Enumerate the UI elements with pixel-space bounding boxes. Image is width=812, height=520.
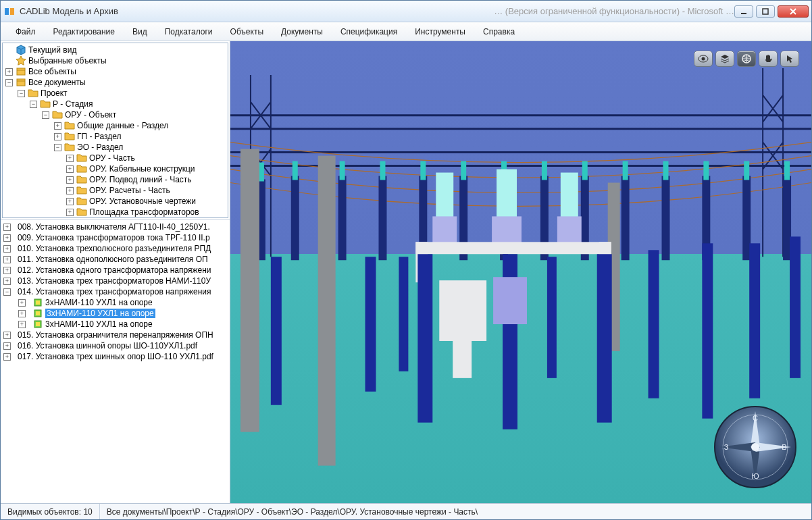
- folder-icon: [76, 207, 87, 217]
- expand-icon[interactable]: +: [3, 278, 11, 285]
- expand-icon[interactable]: +: [54, 133, 61, 140]
- list-item[interactable]: −014. Установка трех трансформаторов нап…: [1, 286, 230, 297]
- menu-1[interactable]: Редактирование: [45, 24, 123, 39]
- status-path: Все документы\Проект\Р - Стадия\ОРУ - Об…: [100, 504, 811, 519]
- tree-node[interactable]: +ОРУ. Расчеты - Часть: [3, 185, 228, 196]
- tree-node[interactable]: −Проект: [3, 88, 228, 99]
- list-item[interactable]: +016. Установка шинной опоры ШО-110УХЛ1.…: [1, 340, 230, 351]
- tree-node-label: Площадка трансформаторов: [89, 207, 199, 217]
- expand-icon[interactable]: +: [66, 176, 74, 184]
- expand-icon[interactable]: +: [54, 122, 61, 130]
- expand-icon[interactable]: +: [3, 332, 11, 339]
- menu-0[interactable]: Файл: [7, 24, 44, 39]
- maximize-button[interactable]: [756, 5, 775, 18]
- compass-widget[interactable]: С В Ю З: [711, 403, 799, 491]
- cube-icon: [16, 45, 26, 55]
- tree-node-label: ЭО - Раздел: [77, 142, 123, 153]
- tree-node[interactable]: −Р - Стадия: [3, 99, 228, 109]
- close-button[interactable]: [778, 5, 809, 18]
- list-item-label: 3хНАМИ-110 УХЛ1 на опоре: [45, 298, 153, 307]
- expand-icon[interactable]: +: [5, 68, 13, 76]
- tree-node[interactable]: +Общие данные - Раздел: [3, 120, 228, 131]
- menu-7[interactable]: Инструменты: [407, 24, 474, 39]
- expand-icon[interactable]: +: [66, 209, 74, 216]
- tree-node[interactable]: +ОРУ. Кабельные конструкци: [3, 163, 228, 174]
- collapse-icon[interactable]: −: [42, 111, 49, 119]
- collapse-icon[interactable]: −: [3, 288, 11, 296]
- layers-icon[interactable]: [715, 51, 734, 67]
- svg-rect-48: [240, 149, 259, 432]
- expand-icon[interactable]: +: [3, 267, 11, 274]
- expand-icon[interactable]: +: [66, 165, 74, 173]
- viewport-3d[interactable]: С В Ю З: [230, 41, 811, 503]
- hand-icon[interactable]: [759, 51, 778, 67]
- svg-rect-49: [318, 156, 336, 466]
- globe-icon[interactable]: [737, 51, 756, 67]
- expand-icon[interactable]: +: [18, 321, 26, 328]
- list-item[interactable]: +011. Установка однополюсного разъединит…: [1, 254, 230, 265]
- expand-icon[interactable]: +: [66, 155, 74, 162]
- menu-8[interactable]: Справка: [475, 24, 523, 39]
- list-item[interactable]: +010. Установка трехполюсного разъединит…: [1, 243, 230, 254]
- app-logo-icon: [3, 5, 16, 18]
- expand-icon[interactable]: +: [3, 224, 11, 231]
- collapse-icon[interactable]: −: [30, 101, 37, 108]
- svg-rect-34: [259, 163, 264, 182]
- svg-rect-72: [749, 243, 760, 398]
- svg-rect-11: [36, 301, 40, 305]
- expand-icon[interactable]: +: [3, 234, 11, 242]
- cursor-icon[interactable]: [780, 51, 799, 67]
- menu-3[interactable]: Подкаталоги: [157, 24, 221, 39]
- collapse-icon[interactable]: −: [5, 79, 13, 86]
- expand-icon[interactable]: +: [3, 342, 11, 350]
- tree-node[interactable]: +ОРУ - Часть: [3, 153, 228, 163]
- tree-node[interactable]: +Площадка трансформаторов: [3, 207, 228, 217]
- tree-node[interactable]: +Все объекты: [3, 66, 228, 77]
- list-item[interactable]: +009. Установка трансформаторов тока ТРГ…: [1, 232, 230, 243]
- svg-rect-6: [17, 68, 25, 75]
- list-item[interactable]: +015. Установка ограничителя перенапряже…: [1, 330, 230, 340]
- tree-node[interactable]: −ЭО - Раздел: [3, 142, 228, 153]
- minimize-button[interactable]: [734, 5, 753, 18]
- document-list-panel[interactable]: +008. Установка выключателя АГТ110-II-40…: [1, 219, 230, 503]
- expand-icon[interactable]: +: [18, 299, 26, 307]
- tree-node[interactable]: −Все документы: [3, 77, 228, 88]
- tree-node[interactable]: Текущий вид: [3, 45, 228, 55]
- expand-icon[interactable]: +: [18, 310, 26, 317]
- viewport-toolbar: [694, 51, 799, 67]
- expand-icon[interactable]: +: [66, 187, 74, 194]
- tree-node-label: ОРУ. Расчеты - Часть: [89, 185, 170, 196]
- list-item[interactable]: +008. Установка выключателя АГТ110-II-40…: [1, 222, 230, 232]
- collapse-icon[interactable]: −: [54, 144, 61, 151]
- expand-icon[interactable]: +: [3, 256, 11, 263]
- svg-rect-60: [439, 280, 486, 341]
- list-item[interactable]: +017. Установка трех шинных опор ШО-110 …: [1, 351, 230, 362]
- svg-rect-15: [36, 322, 40, 326]
- list-item[interactable]: +012. Установка одного трансформатора на…: [1, 265, 230, 276]
- list-item[interactable]: +013. Установка трех трансформаторов НАМ…: [1, 276, 230, 286]
- svg-text:В: В: [782, 443, 786, 451]
- menu-2[interactable]: Вид: [124, 24, 155, 39]
- eye-icon[interactable]: [694, 51, 713, 67]
- menu-5[interactable]: Документы: [273, 24, 331, 39]
- expand-icon[interactable]: +: [3, 353, 11, 361]
- tree-node[interactable]: +ОРУ. Установочные чертежи: [3, 196, 228, 207]
- folder-icon: [64, 142, 75, 153]
- list-item[interactable]: +3хНАМИ-110 УХЛ1 на опоре: [1, 319, 230, 330]
- expand-icon[interactable]: +: [3, 245, 11, 253]
- menu-6[interactable]: Спецификация: [332, 24, 405, 39]
- list-item[interactable]: +3хНАМИ-110 УХЛ1 на опоре: [1, 308, 230, 319]
- svg-point-83: [751, 443, 759, 451]
- expand-icon[interactable]: +: [66, 198, 74, 205]
- svg-rect-65: [493, 277, 527, 324]
- tree-node[interactable]: −ОРУ - Объект: [3, 109, 228, 120]
- tree-node[interactable]: Выбранные объекты: [3, 55, 228, 66]
- folder-icon: [52, 109, 63, 120]
- list-item[interactable]: +3хНАМИ-110 УХЛ1 на опоре: [1, 297, 230, 308]
- tree-node[interactable]: +ОРУ. Подвод линий - Часть: [3, 174, 228, 185]
- menu-4[interactable]: Объекты: [222, 24, 272, 39]
- tree-node[interactable]: +ГП - Раздел: [3, 131, 228, 142]
- folder-icon: [64, 131, 75, 142]
- collapse-icon[interactable]: −: [18, 90, 25, 97]
- tree-panel[interactable]: Текущий видВыбранные объекты+Все объекты…: [2, 43, 228, 218]
